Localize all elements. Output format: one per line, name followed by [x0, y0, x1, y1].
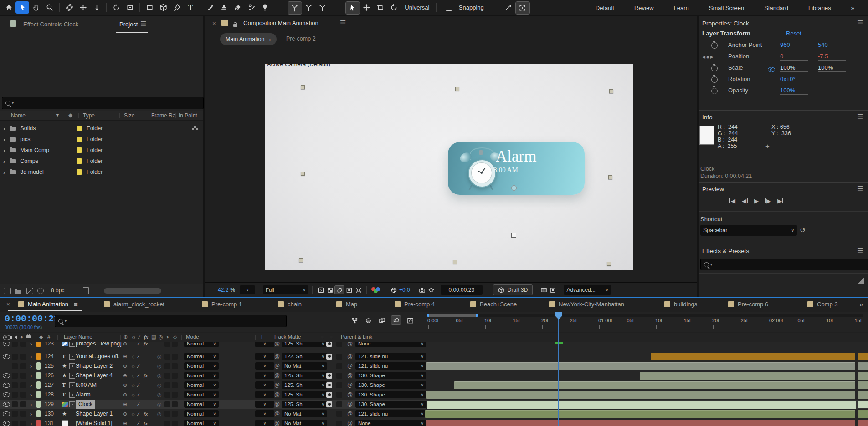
- fast-previews-icon[interactable]: [316, 286, 325, 294]
- layer-name[interactable]: 8:00 AM: [76, 380, 97, 390]
- alpha-matte-icon[interactable]: [326, 400, 332, 409]
- label-swatch[interactable]: [77, 147, 82, 153]
- timeline-tab-map[interactable]: Map: [336, 298, 357, 310]
- rotation-tool[interactable]: [109, 1, 123, 14]
- motion-blur-switch[interactable]: ◎: [157, 390, 162, 399]
- tab-effect-controls[interactable]: Effect Controls Clock: [23, 21, 78, 28]
- matte-cell[interactable]: [336, 361, 342, 370]
- project-item-solids[interactable]: ›SolidsFolder: [0, 123, 203, 134]
- twirl-icon[interactable]: ›: [30, 371, 32, 380]
- mode-column[interactable]: Mode: [186, 334, 199, 340]
- color-depth-button[interactable]: 8 bpc: [51, 287, 64, 294]
- motion-blur-switch[interactable]: ◎: [157, 352, 162, 361]
- threed-cell[interactable]: [172, 342, 178, 348]
- new-folder-icon[interactable]: [15, 288, 24, 296]
- navigator-end-cap[interactable]: [476, 314, 478, 317]
- twirl-icon[interactable]: ›: [3, 125, 5, 132]
- timeline-search-input[interactable]: ▾: [55, 315, 287, 327]
- lock-cell[interactable]: [20, 371, 26, 380]
- close-comp-tab-icon[interactable]: ×: [212, 20, 216, 27]
- twirl-icon[interactable]: ›: [30, 409, 32, 418]
- preserve-transparency-dropdown[interactable]: ∨: [255, 362, 274, 370]
- info-menu-icon[interactable]: ☰: [857, 113, 863, 121]
- adjustment-cell[interactable]: [164, 409, 170, 418]
- last-frame-button[interactable]: ▶: [777, 198, 783, 204]
- label-swatch[interactable]: [36, 352, 41, 361]
- timeline-tab-comp-3[interactable]: Comp 3: [807, 298, 838, 310]
- parent-pickwhip-icon[interactable]: @: [347, 361, 353, 370]
- property-value-1[interactable]: 960: [780, 41, 808, 49]
- index-column[interactable]: #: [47, 334, 50, 340]
- fx-switch[interactable]: fx: [144, 419, 148, 426]
- layer-corner-handle[interactable]: [608, 175, 612, 179]
- shy-switch[interactable]: ⊕: [123, 419, 127, 426]
- workspace-tab-review[interactable]: Review: [634, 0, 654, 15]
- track-matte-dropdown[interactable]: No Mat∨: [282, 362, 327, 370]
- roto-brush-tool[interactable]: [244, 1, 258, 14]
- twirl-icon[interactable]: ›: [30, 380, 32, 390]
- mode-dropdown[interactable]: Normal∨: [184, 410, 219, 417]
- parent-pickwhip-icon[interactable]: @: [347, 390, 353, 399]
- layer-name[interactable]: Your al...goes off.: [76, 352, 120, 361]
- alpha-matte-icon[interactable]: [326, 371, 332, 380]
- first-frame-button[interactable]: ◀: [729, 198, 735, 204]
- audio-cell[interactable]: [12, 342, 18, 348]
- stopwatch-icon[interactable]: [711, 65, 718, 73]
- property-label[interactable]: Anchor Point: [728, 41, 762, 48]
- motion-blur-icon[interactable]: [391, 315, 401, 325]
- mode-dropdown[interactable]: Normal∨: [184, 401, 219, 408]
- clone-stamp-tool[interactable]: [217, 1, 231, 14]
- shy-switch[interactable]: ⊕: [123, 400, 127, 409]
- tab-project[interactable]: Project: [119, 21, 138, 28]
- workspace-tab-standard[interactable]: Standard: [764, 0, 788, 15]
- adjustment-column-icon[interactable]: ◑: [166, 334, 169, 340]
- puppet-pin-tool[interactable]: [258, 1, 272, 14]
- layer-corner-handle[interactable]: [453, 260, 457, 264]
- video-toggle[interactable]: [3, 371, 10, 380]
- property-label[interactable]: Rotation: [728, 76, 750, 82]
- layer-corner-handle[interactable]: [301, 85, 305, 89]
- rectangle-tool[interactable]: [143, 1, 156, 14]
- adjustment-cell[interactable]: [164, 342, 170, 348]
- region-of-interest-icon[interactable]: [344, 286, 354, 294]
- audio-cell[interactable]: [12, 419, 18, 426]
- effects-menu-icon[interactable]: ☰: [857, 247, 863, 255]
- quality-switch[interactable]: ∕: [138, 352, 139, 361]
- zoom-tool[interactable]: [43, 1, 56, 14]
- sort-arrow-icon[interactable]: ▼: [56, 113, 60, 117]
- property-label[interactable]: Position: [728, 53, 749, 60]
- timeline-navigator[interactable]: [427, 314, 863, 317]
- col-size[interactable]: Size: [124, 112, 134, 119]
- layer-row-128[interactable]: ›128TAlarm⊕☼∕◎Normal∨∨@125. Sh∨@130. Sha…: [0, 390, 868, 400]
- audio-cell[interactable]: [12, 361, 18, 370]
- matte-pickwhip-icon[interactable]: @: [274, 352, 280, 361]
- label-swatch[interactable]: [36, 419, 41, 426]
- adjustment-cell[interactable]: [164, 352, 170, 361]
- adjustment-cell[interactable]: [164, 419, 170, 426]
- motion-blur-switch[interactable]: ◎: [157, 409, 162, 418]
- track-matte-dropdown[interactable]: 125. Sh∨: [282, 381, 327, 389]
- pan-camera-tool[interactable]: [76, 1, 90, 14]
- motion-blur-switch[interactable]: ◎: [157, 361, 162, 370]
- collapse-switch[interactable]: ☼: [131, 371, 135, 380]
- label-swatch[interactable]: [77, 137, 82, 142]
- matte-cell[interactable]: [336, 380, 342, 390]
- motion-blur-column-icon[interactable]: ◎: [159, 334, 163, 340]
- adjustment-cell[interactable]: [164, 390, 170, 399]
- layer-row-129[interactable]: ›129Clock⊕∕◎Normal∨∨@125. Sh∨@130. Shape…: [0, 400, 868, 410]
- previous-frame-button[interactable]: ◀: [742, 198, 748, 204]
- view-axis-mode[interactable]: [316, 1, 329, 14]
- snapping-checkbox[interactable]: [446, 5, 452, 11]
- channel-rgb-icon[interactable]: [370, 286, 381, 294]
- pen-tool[interactable]: [170, 1, 184, 14]
- label-column-icon[interactable]: ◆: [68, 112, 72, 118]
- play-button[interactable]: ▶: [754, 198, 759, 204]
- preserve-transparency-dropdown[interactable]: ∨: [255, 420, 274, 426]
- matte-pickwhip-icon[interactable]: @: [274, 409, 280, 418]
- layer-name[interactable]: [White Solid 1]: [76, 419, 113, 426]
- lock-cell[interactable]: [20, 352, 26, 361]
- matte-pickwhip-icon[interactable]: @: [274, 419, 280, 426]
- playhead-line[interactable]: [558, 318, 559, 426]
- label-swatch[interactable]: [36, 371, 41, 380]
- parent-pickwhip-icon[interactable]: @: [347, 342, 353, 348]
